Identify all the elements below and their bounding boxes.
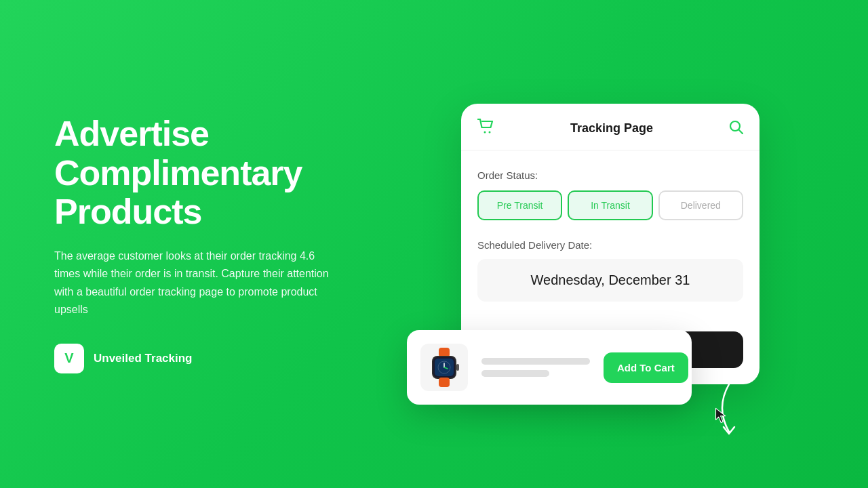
order-status-label: Order Status:	[477, 169, 743, 181]
brand-name: Unveiled Tracking	[94, 352, 193, 365]
description: The average customer looks at their orde…	[54, 247, 339, 319]
tracking-card: Tracking Page Order Status: Pre Transit …	[461, 104, 760, 384]
headline: Advertise Complimentary Products	[54, 115, 339, 231]
brand-logo: V	[54, 344, 84, 373]
cursor-icon	[713, 407, 730, 424]
status-tabs: Pre Transit In Transit Delivered	[477, 190, 743, 220]
left-panel: Advertise Complimentary Products The ave…	[0, 74, 380, 413]
product-title-bar	[481, 358, 590, 365]
tab-in-transit[interactable]: In Transit	[568, 190, 652, 220]
tracking-title: Tracking Page	[570, 121, 653, 136]
upsell-card: Add To Cart	[407, 330, 692, 405]
svg-point-0	[484, 131, 486, 134]
delivery-date: Wednesday, December 31	[531, 272, 690, 287]
tab-pre-transit[interactable]: Pre Transit	[477, 190, 562, 220]
tracking-body: Order Status: Pre Transit In Transit Del…	[461, 150, 760, 318]
product-price-bar	[481, 370, 549, 377]
tracking-header: Tracking Page	[461, 104, 760, 150]
product-image	[420, 344, 468, 391]
product-info	[481, 358, 590, 377]
svg-rect-12	[439, 378, 450, 387]
svg-rect-11	[456, 364, 459, 371]
add-to-cart-button[interactable]: Add To Cart	[604, 352, 688, 383]
svg-point-1	[489, 131, 491, 134]
delivery-date-box: Wednesday, December 31	[477, 259, 743, 302]
delivery-label: Scheduled Delivery Date:	[477, 239, 743, 251]
svg-line-3	[739, 129, 743, 134]
brand-row: V Unveiled Tracking	[54, 344, 339, 373]
search-icon	[728, 119, 743, 138]
cart-icon	[477, 119, 495, 138]
svg-rect-4	[439, 348, 450, 357]
right-panel: Tracking Page Order Status: Pre Transit …	[380, 77, 868, 411]
tab-delivered[interactable]: Delivered	[658, 190, 743, 220]
